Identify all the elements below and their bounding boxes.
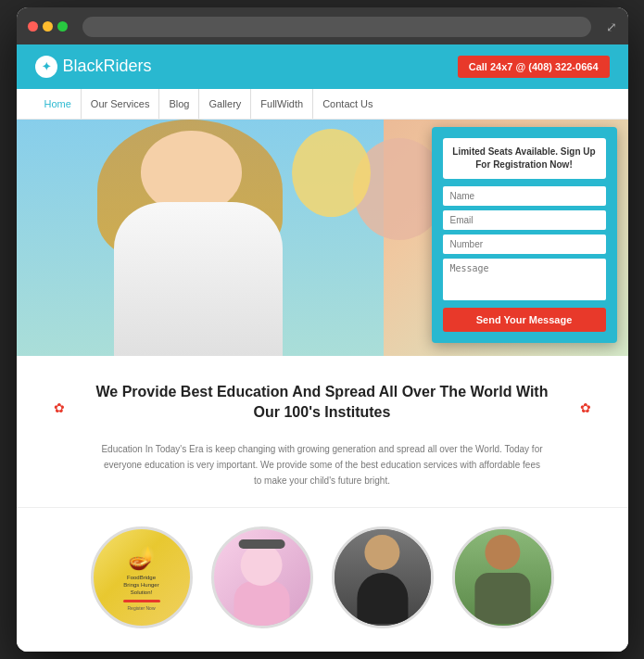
- site-content: ✦ BlackRiders Call 24x7 @ (408) 322-0664…: [17, 44, 628, 653]
- nav-item-services[interactable]: Our Services: [82, 89, 160, 119]
- maximize-button[interactable]: [57, 21, 68, 32]
- circle-item-4[interactable]: [452, 526, 554, 628]
- circle-item-3[interactable]: [332, 526, 434, 628]
- about-description: Education In Today's Era is keep changin…: [100, 441, 545, 488]
- decorators: ✿ We Provide Best Education And Spread A…: [54, 382, 591, 435]
- logo-riders: Riders: [104, 57, 152, 75]
- number-input[interactable]: [443, 234, 606, 254]
- decorator-right: ✿: [580, 400, 591, 415]
- traffic-lights: [28, 21, 68, 32]
- address-bar[interactable]: [82, 17, 591, 37]
- form-title: Limited Seats Available. Sign Up For Reg…: [450, 146, 599, 171]
- browser-chrome: ⤢: [17, 7, 628, 44]
- logo-icon: ✦: [35, 56, 57, 78]
- about-title: We Provide Best Education And Spread All…: [91, 382, 554, 424]
- expand-icon[interactable]: ⤢: [606, 19, 617, 34]
- nav-item-fullwidth[interactable]: FullWidth: [251, 89, 313, 119]
- circle-content-1: 🪔 FoodBridgeBrings HungerSolution! Regis…: [116, 538, 168, 617]
- circle-content-3: [335, 529, 431, 626]
- logo-black: Black: [63, 57, 104, 75]
- call-button[interactable]: Call 24x7 @ (408) 322-0664: [458, 56, 610, 78]
- site-nav: Home Our Services Blog Gallery FullWidth…: [17, 89, 628, 120]
- circle-item-1[interactable]: 🪔 FoodBridgeBrings HungerSolution! Regis…: [91, 526, 193, 628]
- form-header: Limited Seats Available. Sign Up For Reg…: [443, 138, 606, 179]
- logo-text: BlackRiders: [63, 57, 152, 76]
- minimize-button[interactable]: [43, 21, 53, 32]
- send-button[interactable]: Send Your Message: [443, 308, 606, 332]
- nav-item-home[interactable]: Home: [35, 89, 82, 119]
- site-header: ✦ BlackRiders Call 24x7 @ (408) 322-0664: [17, 44, 628, 89]
- email-input[interactable]: [443, 210, 606, 230]
- browser-window: ⤢ ✦ BlackRiders Call 24x7 @ (408) 322-06…: [17, 7, 628, 653]
- decorator-left: ✿: [54, 400, 65, 415]
- logo: ✦ BlackRiders: [35, 56, 152, 78]
- close-button[interactable]: [28, 21, 38, 32]
- circle-subtext-1: Register Now: [123, 605, 160, 611]
- circle-text-1: FoodBridgeBrings HungerSolution!: [123, 575, 160, 596]
- hero-woman: [47, 120, 384, 356]
- circle-content-4: [455, 529, 551, 626]
- nav-item-gallery[interactable]: Gallery: [199, 89, 251, 119]
- woman-figure: [344, 535, 421, 627]
- message-input[interactable]: [443, 259, 606, 300]
- about-section: ✿ We Provide Best Education And Spread A…: [17, 356, 628, 509]
- girl-figure: [228, 539, 296, 627]
- hero-section: Limited Seats Available. Sign Up For Reg…: [17, 120, 628, 356]
- circle-content-2: [214, 529, 310, 626]
- man-figure: [464, 535, 541, 627]
- nav-item-contact[interactable]: Contact Us: [313, 89, 382, 119]
- nav-item-blog[interactable]: Blog: [159, 89, 199, 119]
- circles-section: 🪔 FoodBridgeBrings HungerSolution! Regis…: [17, 508, 628, 652]
- name-input[interactable]: [443, 186, 606, 206]
- registration-form: Limited Seats Available. Sign Up For Reg…: [432, 127, 617, 343]
- circle-item-2[interactable]: [211, 526, 313, 628]
